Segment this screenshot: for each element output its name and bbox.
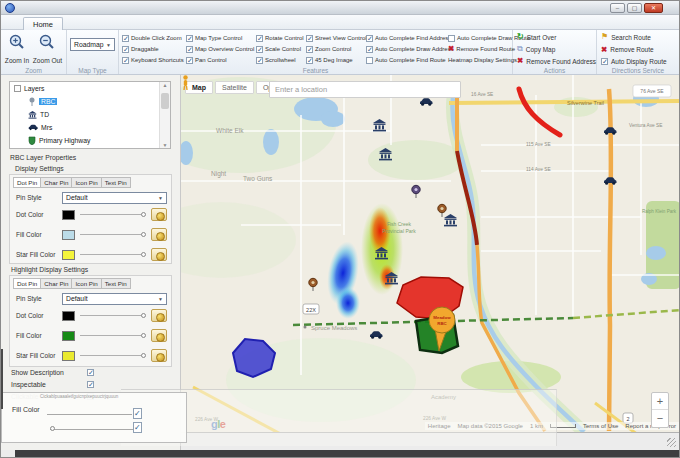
remove-found-route-button[interactable]: ✖Remove Found Route	[448, 44, 510, 54]
feature-map-overview-control[interactable]: ✓Map Overview Control	[186, 44, 252, 54]
tree-checkbox[interactable]	[14, 85, 21, 92]
palette-button[interactable]	[151, 349, 167, 362]
panel-checkbox[interactable]: ✓	[133, 422, 142, 433]
remove-route-button[interactable]: ✖Remove Route	[601, 46, 675, 54]
palette-button[interactable]	[151, 208, 167, 221]
highlight-pin-style-dropdown[interactable]: Default▼	[62, 293, 167, 305]
checkbox[interactable]	[366, 57, 373, 64]
checkbox[interactable]: ✓	[186, 57, 193, 64]
highlight-star-fill-color-slider[interactable]	[80, 355, 145, 356]
inspectable-option[interactable]: Inspectable ✓	[11, 379, 94, 389]
tab-text-pin[interactable]: Text Pin	[101, 278, 131, 289]
terms-of-use-link[interactable]: Terms of Use	[583, 423, 618, 429]
feature-45-deg-image[interactable]: ✓45 Deg Image	[306, 55, 362, 65]
checkbox[interactable]: ✓	[306, 46, 313, 53]
highlight-fill-color-swatch[interactable]	[62, 331, 75, 341]
star-fill-color-slider[interactable]	[80, 254, 145, 255]
feature-rotate-control[interactable]: ✓Rotate Control	[256, 33, 302, 43]
heatmap-display-settings-button[interactable]: Heatmap Display Settings	[448, 55, 510, 65]
feature-keyboard-shortcuts[interactable]: ✓Keyboard Shortcuts	[122, 55, 182, 65]
checkbox[interactable]: ✓	[87, 381, 94, 388]
tab-dot-pin[interactable]: Dot Pin	[13, 177, 41, 188]
panel-slider[interactable]	[47, 414, 132, 415]
map-zoom-out-button[interactable]: −	[652, 410, 668, 427]
checkbox[interactable]: ✓	[256, 35, 263, 42]
checkbox[interactable]: ✓	[366, 46, 373, 53]
feature-map-type-control[interactable]: ✓Map Type Control	[186, 33, 252, 43]
tab-text-pin[interactable]: Text Pin	[101, 177, 131, 188]
checkbox[interactable]: ✓	[186, 46, 193, 53]
dot-color-slider[interactable]	[80, 214, 145, 215]
tab-char-pin[interactable]: Char Pin	[40, 278, 72, 289]
map-type-dropdown[interactable]: Roadmap ▼	[70, 38, 115, 51]
slider-thumb[interactable]	[141, 232, 146, 237]
feature-scale-control[interactable]: ✓Scale Control	[256, 44, 302, 54]
zoom-out-button[interactable]: Zoom Out	[32, 33, 63, 65]
slider-thumb[interactable]	[141, 353, 146, 358]
tab-icon-pin[interactable]: Icon Pin	[71, 177, 101, 188]
feature-draggable[interactable]: ✓Draggable	[122, 44, 182, 54]
maximize-button[interactable]: ▢	[627, 3, 642, 13]
close-button[interactable]: ✕	[644, 3, 663, 13]
tab-icon-pin[interactable]: Icon Pin	[71, 278, 101, 289]
feature-zoom-control[interactable]: ✓Zoom Control	[306, 44, 362, 54]
checkbox[interactable]: ✓	[601, 58, 608, 65]
feature-auto-complete-draw-route[interactable]: Auto Complete Draw Route	[448, 33, 510, 43]
checkbox[interactable]: ✓	[306, 57, 313, 64]
feature-scrollwheel[interactable]: ✓Scrollwheel	[256, 55, 302, 65]
palette-button[interactable]	[151, 309, 167, 322]
checkbox[interactable]: ✓	[122, 35, 129, 42]
checkbox[interactable]: ✓	[256, 46, 263, 53]
copy-map-button[interactable]: ⧉Copy Map	[517, 45, 592, 53]
checkbox[interactable]: ✓	[122, 46, 129, 53]
star-fill-color-swatch[interactable]	[62, 250, 75, 260]
auto-display-route-checkbox[interactable]: ✓Auto Display Route	[601, 58, 675, 65]
resize-grip[interactable]	[667, 438, 676, 447]
location-search-input[interactable]	[269, 81, 461, 98]
highlight-fill-color-slider[interactable]	[80, 335, 145, 336]
checkbox[interactable]: ✓	[122, 57, 129, 64]
pegman-icon[interactable]	[181, 75, 190, 90]
satellite-button[interactable]: Satellite	[215, 81, 254, 94]
palette-button[interactable]	[151, 329, 167, 342]
highlight-dot-color-swatch[interactable]	[62, 311, 75, 321]
slider-thumb[interactable]	[141, 212, 146, 217]
palette-button[interactable]	[151, 228, 167, 241]
tree-item-mrs[interactable]: Mrs	[10, 121, 170, 134]
feature-pan-control[interactable]: ✓Pan Control	[186, 55, 252, 65]
search-route-button[interactable]: ⚑Search Route	[601, 33, 675, 41]
tree-item-rbc[interactable]: RBC	[10, 95, 170, 108]
tree-root-layers[interactable]: Layers	[10, 82, 170, 95]
tree-item-primary-highway[interactable]: Primary Highway	[10, 134, 170, 147]
checkbox[interactable]	[448, 35, 455, 42]
minimize-button[interactable]: –	[610, 3, 625, 13]
panel-slider[interactable]	[50, 429, 142, 430]
pin-style-dropdown[interactable]: Default▼	[62, 192, 167, 204]
feature-double-click-zoom[interactable]: ✓Double Click Zoom	[122, 33, 182, 43]
checkbox[interactable]: ✓	[256, 57, 263, 64]
feature-auto-complete-find-address[interactable]: ✓Auto Complete Find Address	[366, 33, 444, 43]
checkbox[interactable]: ✓	[366, 35, 373, 42]
fill-color-swatch[interactable]	[62, 230, 75, 240]
tab-char-pin[interactable]: Char Pin	[40, 177, 72, 188]
checkbox[interactable]: ✓	[87, 369, 94, 376]
feature-street-view-control[interactable]: ✓Street View Control	[306, 33, 362, 43]
dot-color-swatch[interactable]	[62, 210, 75, 220]
start-over-button[interactable]: ↻Start Over	[517, 33, 592, 41]
slider-thumb[interactable]	[50, 426, 55, 431]
tree-item-td[interactable]: TD	[10, 108, 170, 121]
checkbox[interactable]: ✓	[186, 35, 193, 42]
tree-scrollbar[interactable]: ▲▼	[159, 82, 170, 148]
slider-thumb[interactable]	[141, 333, 146, 338]
slider-thumb[interactable]	[141, 313, 146, 318]
tab-home[interactable]: Home	[23, 17, 63, 31]
highlight-dot-color-slider[interactable]	[80, 315, 145, 316]
slider-thumb[interactable]	[141, 252, 146, 257]
fill-color-slider[interactable]	[80, 234, 145, 235]
highlight-star-fill-color-swatch[interactable]	[62, 351, 75, 361]
tab-dot-pin[interactable]: Dot Pin	[13, 278, 41, 289]
scrollbar-thumb[interactable]	[161, 93, 169, 109]
zoom-in-button[interactable]: Zoom In	[4, 33, 30, 65]
palette-button[interactable]	[151, 248, 167, 261]
feature-auto-complete-draw-address[interactable]: ✓Auto Complete Draw Address	[366, 44, 444, 54]
